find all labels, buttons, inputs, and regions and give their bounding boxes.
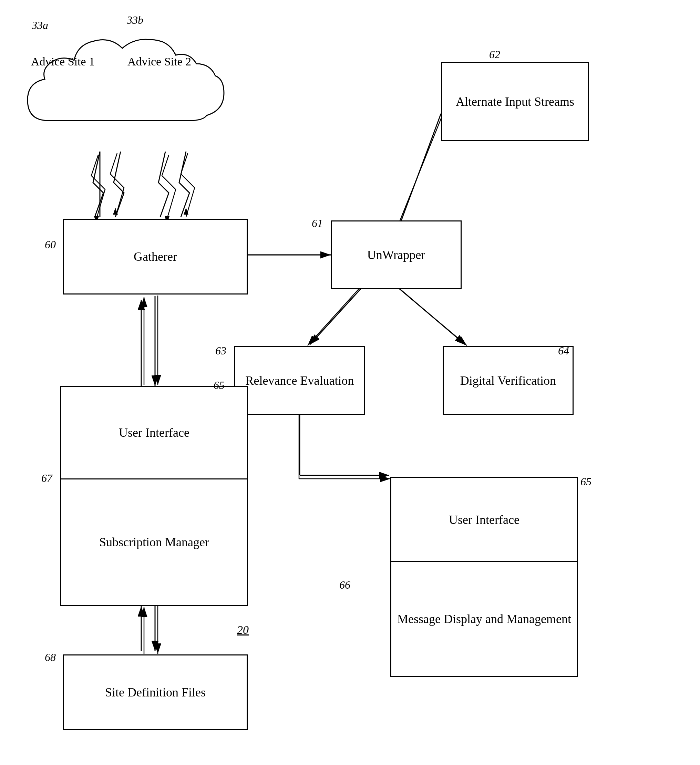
ref-63: 63 bbox=[215, 345, 226, 357]
svg-line-5 bbox=[310, 286, 363, 345]
alternate-input-label: Alternate Input Streams bbox=[456, 94, 574, 110]
site-definition-box: Site Definition Files bbox=[63, 655, 248, 730]
svg-line-22 bbox=[307, 288, 360, 345]
svg-line-4 bbox=[396, 114, 441, 234]
gatherer-box: Gatherer bbox=[63, 219, 248, 294]
diagram: Advice Site 1 Advice Site 2 33a 33b Gath… bbox=[0, 0, 700, 765]
site-definition-label: Site Definition Files bbox=[105, 685, 206, 700]
digital-verification-label: Digital Verification bbox=[460, 373, 556, 389]
ref-68: 68 bbox=[45, 651, 56, 664]
svg-line-23 bbox=[398, 288, 467, 345]
ref-66: 66 bbox=[339, 579, 350, 592]
ref-33a: 33a bbox=[32, 19, 48, 32]
right-ui-box: User Interface Message Display and Manag… bbox=[390, 477, 578, 677]
cloud-shape: Advice Site 1 Advice Site 2 bbox=[20, 10, 234, 148]
svg-marker-19 bbox=[184, 208, 188, 214]
ref-65-right: 65 bbox=[580, 475, 591, 488]
svg-marker-17 bbox=[113, 208, 118, 214]
advice-site-2-label: Advice Site 2 bbox=[128, 55, 191, 68]
unwrapper-label: UnWrapper bbox=[367, 247, 425, 263]
ref-64: 64 bbox=[558, 345, 569, 357]
svg-line-6 bbox=[396, 286, 465, 345]
system-ref-20: 20 bbox=[237, 623, 249, 636]
digital-verification-box: Digital Verification bbox=[443, 346, 574, 415]
ref-60: 60 bbox=[45, 238, 56, 251]
ref-62: 62 bbox=[489, 48, 500, 61]
gatherer-label: Gatherer bbox=[134, 249, 177, 265]
ref-61: 61 bbox=[312, 217, 323, 230]
ref-65-left: 65 bbox=[214, 379, 225, 392]
left-ui-box: User Interface Subscription Manager bbox=[60, 386, 248, 606]
relevance-label: Relevance Evaluation bbox=[246, 373, 354, 389]
left-ui-top-label: User Interface bbox=[119, 425, 189, 440]
ref-67: 67 bbox=[41, 472, 52, 485]
relevance-box: Relevance Evaluation bbox=[234, 346, 365, 415]
advice-site-1-label: Advice Site 1 bbox=[31, 55, 95, 68]
svg-line-21 bbox=[394, 117, 441, 234]
right-ui-top-label: User Interface bbox=[449, 513, 519, 527]
left-ui-bottom-label: Subscription Manager bbox=[99, 534, 209, 551]
ref-33b: 33b bbox=[127, 14, 143, 27]
alternate-input-box: Alternate Input Streams bbox=[441, 62, 589, 141]
right-ui-bottom-label: Message Display and Management bbox=[397, 611, 571, 627]
unwrapper-box: UnWrapper bbox=[331, 220, 462, 289]
